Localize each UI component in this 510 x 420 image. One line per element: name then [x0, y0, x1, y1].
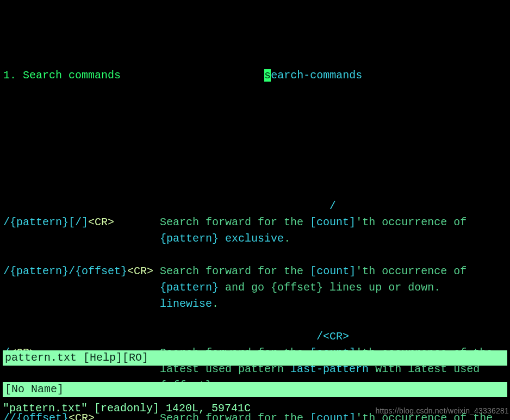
help-text: linewise: [160, 298, 212, 310]
help-text: exclusive: [225, 232, 284, 245]
help-text: Search forward for the: [160, 265, 310, 277]
help-tag: /<CR>: [316, 330, 349, 343]
terminal-screen[interactable]: 1. Search commands search-commands //{pa…: [0, 0, 510, 420]
key-notation: <CR>: [127, 265, 153, 277]
help-text: and go {offset} lines up or down.: [219, 281, 440, 294]
help-tag: earch-commands: [271, 69, 362, 82]
key-notation: <CR>: [88, 216, 114, 228]
help-text: .: [284, 232, 290, 245]
blank-row: [3, 312, 507, 329]
help-text: [count]: [310, 216, 356, 228]
blank-row: [3, 247, 507, 263]
section-header: 1. Search commands search-commands: [3, 67, 507, 84]
help-entry-row: {pattern} and go {offset} lines up or do…: [3, 280, 507, 296]
help-text: .: [212, 298, 219, 310]
help-text: [count]: [310, 265, 356, 277]
help-text: {pattern}: [160, 281, 219, 294]
help-entry-row: {pattern} exclusive.: [3, 231, 507, 247]
help-text: Search forward for the: [160, 216, 310, 228]
cursor-block: s: [264, 69, 271, 82]
help-entry-row: /{pattern}[/]<CR> Search forward for the…: [3, 214, 507, 231]
help-text: 'th occurrence of: [356, 216, 467, 228]
help-text: 'th occurrence of: [356, 265, 467, 277]
search-command: /{pattern}/{offset}: [3, 265, 127, 277]
help-tag-row: /: [3, 198, 507, 214]
section-title: Search commands: [23, 69, 121, 82]
help-window-statusline: pattern.txt [Help][RO]: [3, 350, 507, 366]
help-entry-row: linewise.: [3, 296, 507, 312]
help-entry-row: /{pattern}/{offset}<CR> Search forward f…: [3, 263, 507, 280]
watermark-text: https://blog.csdn.net/weixin_43336281: [375, 405, 509, 417]
empty-buffer-statusline: [No Name]: [3, 382, 507, 397]
section-number: 1.: [3, 69, 16, 82]
help-text: [219, 232, 225, 245]
help-tag: /: [329, 200, 336, 212]
help-text: {pattern}: [160, 232, 219, 245]
help-tag-row: /<CR>: [3, 329, 507, 345]
search-command: /{pattern}[/]: [3, 216, 88, 228]
